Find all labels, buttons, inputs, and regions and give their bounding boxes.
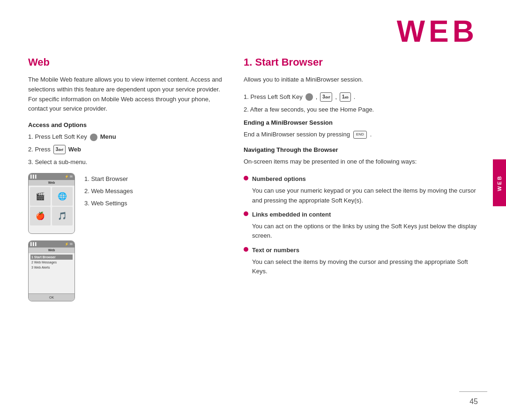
phone2-signal: ▌▌▌	[30, 242, 37, 246]
phone2-screen-title: Web	[29, 248, 74, 253]
bullet-dot-1	[244, 176, 248, 180]
menu-item-2: 2. Web Messages	[84, 185, 133, 197]
bullet-dot-3	[244, 247, 248, 252]
right-step1-comma1: ,	[316, 92, 318, 102]
phone2-area: ▌▌▌ ⚡ ✉ Web 1 Start Browser 2 Web Messag…	[28, 240, 225, 301]
phone1-icon3: 🍎	[30, 207, 51, 225]
left-column: Web The Mobile Web feature allows you to…	[28, 56, 225, 382]
bullet-desc-3: You can select the items by moving the c…	[252, 257, 478, 276]
content-area: Web The Mobile Web feature allows you to…	[28, 56, 478, 382]
page-title: WEB	[397, 14, 478, 49]
side-tab-label: WEB	[497, 175, 502, 191]
bullet-section: Numbered options You can use your numeri…	[244, 174, 478, 276]
step1-menu-label: Menu	[100, 132, 116, 142]
phone2-header: ▌▌▌ ⚡ ✉	[29, 241, 74, 248]
bullet-desc-1: You can use your numeric keypad or you c…	[252, 186, 478, 205]
step3-text: 3. Select a sub-menu.	[28, 158, 225, 167]
phone2-ok-label: OK	[49, 296, 54, 299]
phone-mockup-1: ▌▌▌ ⚡ ✉ Web 🎬 🌐 🍎 🎵	[28, 173, 75, 234]
phone2-web-label: Web	[48, 248, 55, 252]
circle-key-icon	[90, 134, 97, 141]
phone1-icon1: 🎬	[30, 187, 51, 206]
right-key-1ab-icon: 1ab	[340, 92, 351, 102]
ending-period: .	[370, 130, 372, 140]
bullet-label-3: Text or numbers	[252, 246, 299, 255]
key-3def-icon: 3def	[53, 145, 66, 154]
step2-label: 2. Press	[28, 145, 51, 155]
end-key-icon: END	[353, 131, 367, 139]
left-section-heading: Web	[28, 56, 225, 68]
step2-web-label: Web	[68, 145, 81, 155]
phone2-footer: OK	[29, 293, 74, 301]
right-column: 1. Start Browser Allows you to initiate …	[244, 56, 478, 382]
right-step1-comma2: ,	[335, 92, 337, 102]
right-section-heading: 1. Start Browser	[244, 56, 478, 68]
bullet-item-1: Numbered options	[244, 174, 478, 184]
ending-heading: Ending a MiniBrowser Session	[244, 119, 478, 126]
phone1-signal: ▌▌▌	[30, 175, 37, 178]
phone1-body: 🎬 🌐 🍎 🎵	[29, 186, 74, 227]
menu-item-1: 1. Start Browser	[84, 173, 133, 185]
right-circle-key-icon	[305, 93, 313, 101]
phone2-item-1: 1 Start Browser	[30, 255, 73, 260]
bullet-item-3: Text or numbers	[244, 246, 478, 255]
page-title-area: WEB	[397, 14, 478, 49]
end-key-label: END	[356, 132, 364, 138]
step3-label: 3. Select a sub-menu.	[28, 158, 87, 167]
right-intro: Allows you to initiate a MiniBrowser ses…	[244, 75, 478, 85]
ending-text: End a MiniBrowser session by pressing	[244, 130, 350, 140]
navigating-heading: Navigating Through the Browser	[244, 146, 478, 153]
page-number: 45	[469, 398, 478, 406]
access-heading: Access and Options	[28, 121, 225, 128]
right-step2: 2. After a few seconds, you see the Home…	[244, 105, 478, 115]
ending-text-line: End a MiniBrowser session by pressing EN…	[244, 130, 478, 140]
phone1-icon2: 🌐	[52, 187, 73, 206]
phone-section: ▌▌▌ ⚡ ✉ Web 🎬 🌐 🍎 🎵 1. Start Browser 2. …	[28, 173, 225, 234]
phone2-icons: ⚡ ✉	[65, 242, 73, 246]
bullet-item-2: Links embedded in content	[244, 210, 478, 219]
phone1-web-label: Web	[48, 181, 55, 184]
phone2-item-2: 2 Web Messages	[30, 260, 73, 265]
phone1-icon4: 🎵	[52, 207, 73, 225]
left-body-text: The Mobile Web feature allows you to vie…	[28, 75, 225, 114]
side-tab: WEB	[493, 159, 506, 206]
bottom-divider	[459, 391, 487, 392]
step1-label: 1. Press Left Soft Key	[28, 132, 87, 142]
step2-text: 2. Press 3def Web	[28, 145, 225, 155]
menu-list: 1. Start Browser 2. Web Messages 3. Web …	[84, 173, 133, 210]
phone2-body: 1 Start Browser 2 Web Messages 3 Web Ale…	[29, 253, 74, 271]
step1-text: 1. Press Left Soft Key Menu	[28, 132, 225, 142]
right-step1: 1. Press Left Soft Key , 3def , 1ab .	[244, 92, 478, 102]
bullet-label-1: Numbered options	[252, 174, 306, 184]
phone2-item-3: 3 Web Alerts	[30, 265, 73, 270]
phone1-title-top: ⚡ ✉	[65, 175, 73, 179]
phone1-screen-title: Web	[29, 180, 74, 186]
bullet-label-2: Links embedded in content	[252, 210, 331, 219]
bullet-desc-2: You can act on the options or the links …	[252, 222, 478, 240]
navigating-intro: On-screen items may be presented in one …	[244, 157, 478, 167]
phone-mockup-2: ▌▌▌ ⚡ ✉ Web 1 Start Browser 2 Web Messag…	[28, 240, 75, 301]
phone1-header: ▌▌▌ ⚡ ✉	[29, 173, 74, 180]
menu-item-3: 3. Web Settings	[84, 197, 133, 210]
right-key-3def-icon: 3def	[320, 92, 332, 102]
right-step1-period: .	[354, 92, 356, 102]
bullet-dot-2	[244, 211, 248, 216]
right-step1-prefix: 1. Press Left Soft Key	[244, 92, 303, 102]
